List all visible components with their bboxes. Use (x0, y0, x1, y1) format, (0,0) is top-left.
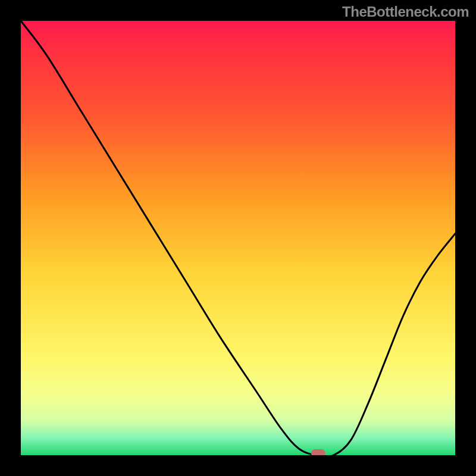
optimum-marker (311, 449, 325, 455)
curve-path (21, 21, 455, 455)
chart-frame: TheBottleneck.com (0, 0, 476, 476)
plot-area (21, 21, 455, 455)
bottleneck-curve (21, 21, 455, 455)
watermark-text: TheBottleneck.com (342, 4, 469, 20)
